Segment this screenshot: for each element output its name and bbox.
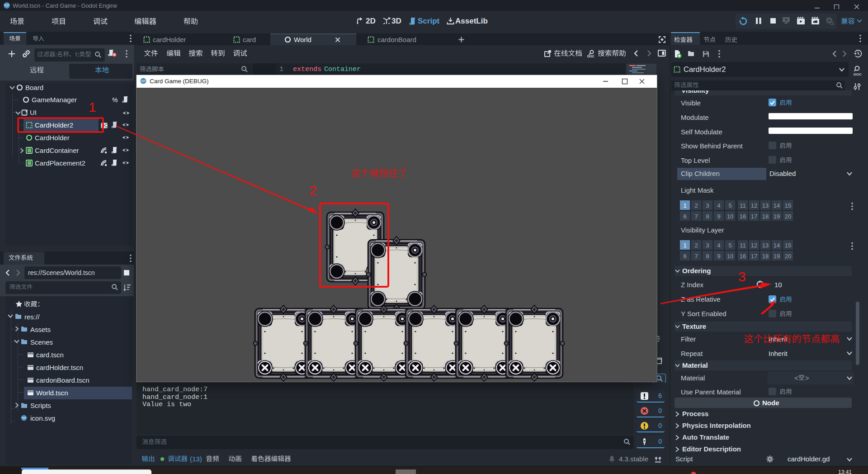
svg-text:3: 3 [738, 269, 746, 284]
svg-text:2: 2 [309, 183, 317, 198]
svg-text:1: 1 [89, 100, 96, 114]
